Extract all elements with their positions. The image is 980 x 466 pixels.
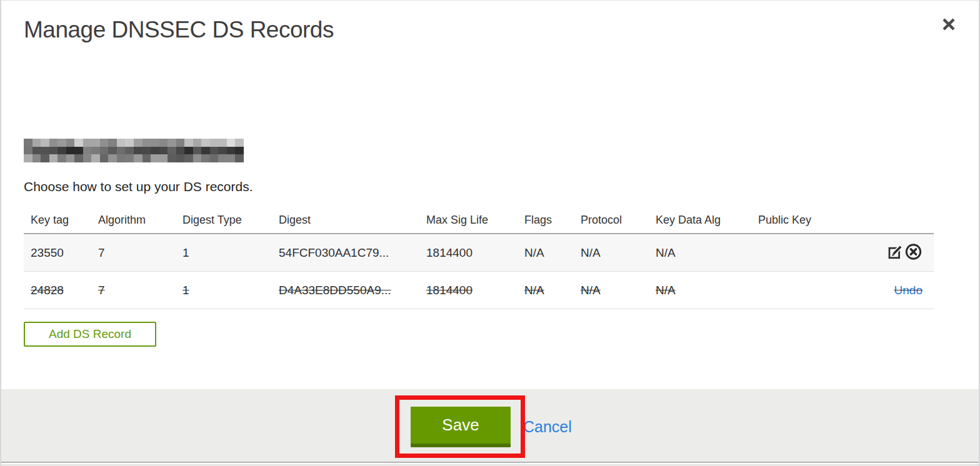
cell-max-sig-life: 1814400 xyxy=(426,246,524,260)
manage-dnssec-dialog: Manage DNSSEC DS Records Choose how to s… xyxy=(0,0,980,466)
redaction-pixel xyxy=(201,139,210,147)
redaction-pixel xyxy=(41,154,49,162)
cell-digest: D4A33E8DD550A9... xyxy=(279,284,426,297)
redaction-pixel xyxy=(117,147,126,155)
col-flags: Flags xyxy=(524,214,581,227)
redaction-pixel xyxy=(125,139,134,147)
redaction-pixel xyxy=(134,139,142,147)
redaction-pixel xyxy=(125,154,134,162)
table-header-row: Key tag Algorithm Digest Type Digest Max… xyxy=(24,207,934,234)
cell-digest-type: 1 xyxy=(182,246,279,260)
redaction-pixel xyxy=(201,154,210,162)
cell-protocol: N/A xyxy=(581,246,656,260)
redaction-pixel xyxy=(201,147,210,155)
redaction-pixel xyxy=(24,139,32,147)
cell-key-data-alg: N/A xyxy=(656,246,758,260)
row-actions xyxy=(839,242,934,264)
col-protocol: Protocol xyxy=(581,214,656,227)
redaction-pixel xyxy=(168,154,176,162)
cell-key-tag: 23550 xyxy=(24,246,98,260)
edit-icon[interactable] xyxy=(888,243,904,263)
delete-icon[interactable] xyxy=(904,242,922,264)
table-row-deleted: 24828 7 1 D4A33E8DD550A9... 1814400 N/A … xyxy=(24,272,934,309)
col-digest: Digest xyxy=(279,214,426,227)
redaction-pixel xyxy=(91,147,100,155)
redaction-pixel xyxy=(108,147,117,155)
redaction-pixel xyxy=(193,139,202,147)
redaction-pixel xyxy=(210,147,219,155)
redaction-pixel xyxy=(74,147,83,155)
cell-protocol: N/A xyxy=(581,284,656,297)
col-public-key: Public Key xyxy=(758,214,839,227)
redaction-pixel xyxy=(176,139,185,147)
redaction-pixel xyxy=(91,154,100,162)
close-icon[interactable] xyxy=(938,13,960,36)
ds-records-table: Key tag Algorithm Digest Type Digest Max… xyxy=(24,207,934,309)
redaction-pixel xyxy=(159,154,168,162)
redaction-pixel xyxy=(142,147,151,155)
redaction-pixel xyxy=(193,147,202,155)
redaction-pixel xyxy=(83,154,92,162)
redaction-pixel xyxy=(100,154,109,162)
redaction-pixel xyxy=(66,154,75,162)
redaction-pixel xyxy=(117,139,126,147)
redaction-pixel xyxy=(168,147,176,155)
redaction-pixel xyxy=(159,147,168,155)
col-key-data-alg: Key Data Alg xyxy=(656,214,758,227)
undo-link[interactable]: Undo xyxy=(894,284,922,297)
redaction-pixel xyxy=(49,139,58,147)
redaction-pixel xyxy=(218,139,227,147)
redaction-pixel xyxy=(100,139,109,147)
redaction-pixel xyxy=(32,154,41,162)
cell-flags: N/A xyxy=(524,246,581,260)
col-key-tag: Key tag xyxy=(24,214,98,227)
add-ds-record-button[interactable]: Add DS Record xyxy=(24,322,156,347)
redaction-pixel xyxy=(58,139,66,147)
redaction-pixel xyxy=(66,147,75,155)
redaction-pixel xyxy=(58,154,66,162)
col-digest-type: Digest Type xyxy=(182,214,279,227)
redaction-pixel xyxy=(32,147,41,155)
intro-text: Choose how to set up your DS records. xyxy=(24,179,253,194)
redaction-pixel xyxy=(227,139,236,147)
redaction-pixel xyxy=(176,154,185,162)
redaction-pixel xyxy=(142,139,151,147)
redaction-pixel xyxy=(168,139,176,147)
redaction-pixel xyxy=(66,139,75,147)
cell-key-tag: 24828 xyxy=(24,284,98,297)
redaction-pixel xyxy=(32,139,41,147)
redaction-pixel xyxy=(24,154,32,162)
redaction-pixel xyxy=(159,139,168,147)
cancel-link[interactable]: Cancel xyxy=(523,418,572,436)
redaction-pixel xyxy=(218,154,227,162)
cell-key-data-alg: N/A xyxy=(656,284,758,297)
redaction-pixel xyxy=(227,154,236,162)
redaction-pixel xyxy=(83,139,92,147)
col-max-sig-life: Max Sig Life xyxy=(426,214,524,227)
dialog-title: Manage DNSSEC DS Records xyxy=(24,17,334,43)
redaction-pixel xyxy=(58,147,66,155)
cell-flags: N/A xyxy=(524,284,581,297)
redaction-pixel xyxy=(151,154,159,162)
redaction-pixel xyxy=(235,154,244,162)
redaction-pixel xyxy=(142,154,151,162)
redaction-pixel xyxy=(83,147,92,155)
row-actions: Undo xyxy=(839,284,934,297)
redaction-pixel xyxy=(184,139,193,147)
cell-digest: 54FCF030AA1C79... xyxy=(279,246,426,260)
redaction-pixel xyxy=(210,139,219,147)
redaction-pixel xyxy=(184,147,193,155)
redaction-pixel xyxy=(235,139,244,147)
redaction-pixel xyxy=(218,147,227,155)
redaction-pixel xyxy=(74,154,83,162)
redaction-pixel xyxy=(151,139,159,147)
redaction-pixel xyxy=(117,154,126,162)
save-button[interactable]: Save xyxy=(411,407,511,447)
redaction-pixel xyxy=(134,147,142,155)
redaction-pixel xyxy=(125,147,134,155)
redaction-pixel xyxy=(108,139,117,147)
redaction-pixel xyxy=(49,154,58,162)
redaction-pixel xyxy=(108,154,117,162)
cell-algorithm: 7 xyxy=(98,284,182,297)
redaction-pixel xyxy=(193,154,202,162)
